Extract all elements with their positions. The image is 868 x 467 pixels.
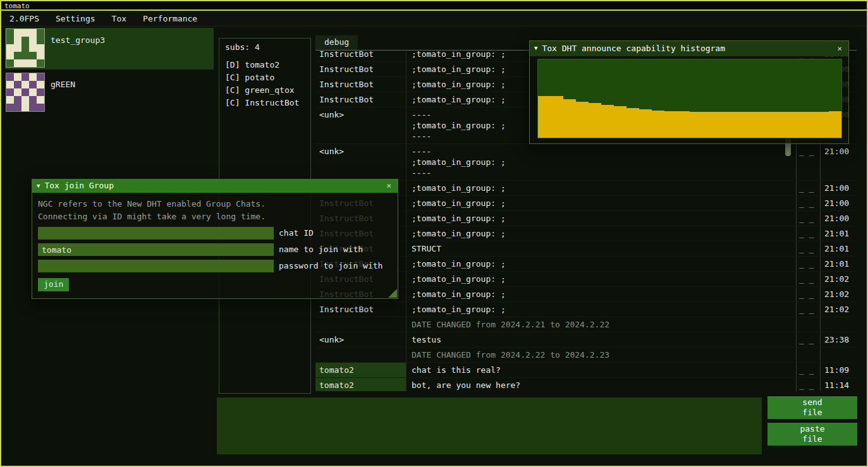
message-time: [820, 348, 857, 362]
menu-item-settings[interactable]: Settings: [47, 14, 104, 25]
join-name-input[interactable]: [38, 243, 274, 256]
message-author: <unk>: [315, 144, 406, 180]
message-text: ;tomato_in_group: ;: [406, 181, 796, 195]
chat-id-label: chat ID: [279, 228, 314, 239]
message-author: tomato2: [315, 363, 406, 377]
message-time: 21:01: [820, 241, 857, 256]
close-icon[interactable]: ×: [835, 44, 844, 54]
resize-grip[interactable]: [388, 289, 397, 298]
member-item[interactable]: [C] InstructBot: [225, 97, 305, 109]
message-text: bot, are you new here?: [406, 378, 796, 391]
message-text: ;tomato_in_group: ;: [406, 226, 796, 241]
message-text: testus: [406, 332, 796, 347]
message-author: InstructBot: [315, 77, 406, 92]
histogram-bar: [715, 112, 728, 138]
group-list: test_group3gREEN: [5, 28, 214, 116]
histogram-bar: [677, 111, 690, 138]
histogram-bar: [639, 109, 652, 138]
histogram-bar: [816, 112, 829, 138]
member-item[interactable]: [D] tomato2: [225, 59, 305, 71]
collapse-arrow-icon[interactable]: ▼: [37, 183, 40, 190]
join-group-window: ▼ Tox join Group × NGC refers to the New…: [32, 179, 398, 299]
message-author: InstructBot: [315, 302, 406, 317]
message-text: ;tomato_in_group: ;: [406, 257, 796, 271]
histogram-bar: [804, 112, 816, 138]
chat-message-row[interactable]: <unk>testus_ _23:38: [315, 332, 857, 348]
histogram-bar: [702, 112, 715, 138]
member-item[interactable]: [C] potato: [225, 71, 305, 84]
chat-message-row[interactable]: <unk>----;tomato_in_group: ;----_ _21:00: [315, 144, 857, 181]
send-file-button[interactable]: send file: [767, 396, 857, 419]
histogram-bar: [740, 112, 753, 138]
chat-id-input[interactable]: [38, 227, 274, 240]
system-message-row[interactable]: DATE CHANGED from 2024.2.22 to 2024.2.23: [315, 348, 857, 363]
message-text: ;tomato_in_group: ;: [406, 196, 796, 210]
tab-debug[interactable]: debug: [315, 35, 358, 50]
histogram-bar: [551, 96, 563, 138]
delivery-status: _ _: [796, 287, 820, 301]
message-time: 21:02: [820, 272, 857, 286]
chat-message-row[interactable]: tomato2chat is this real?_ _11:09: [315, 363, 857, 378]
subs-count: subs: 4: [225, 42, 305, 53]
join-group-title: Tox join Group: [44, 181, 114, 191]
delivery-status: _ _: [796, 241, 820, 256]
menu-item-tox[interactable]: Tox: [104, 14, 135, 25]
histogram-bar: [728, 112, 740, 138]
chat-message-row[interactable]: InstructBot;tomato_in_group: ;_ _21:02: [315, 302, 857, 317]
join-info-text: NGC refers to the New DHT enabled Group …: [38, 198, 392, 223]
histogram-bar: [563, 99, 576, 138]
group-name: test_group3: [51, 29, 105, 68]
delivery-status: _ _: [796, 257, 820, 271]
dht-histogram-title: Tox DHT announce capability histogram: [542, 44, 725, 54]
join-password-input[interactable]: [38, 260, 274, 272]
histogram-bar: [690, 112, 702, 138]
group-item-test_group3[interactable]: test_group3: [5, 28, 214, 70]
message-time: 11:09: [820, 363, 857, 377]
message-text: ;tomato_in_group: ;: [406, 272, 796, 286]
chat-message-row[interactable]: tomato2bot, are you new here?_ _11:14: [315, 378, 857, 391]
delivery-status: _ _: [796, 181, 820, 195]
message-input[interactable]: [217, 397, 762, 454]
histogram-bar: [652, 111, 664, 138]
system-message-row[interactable]: DATE CHANGED from 2024.2.21 to 2024.2.22: [315, 317, 857, 332]
message-time: 21:00: [820, 196, 857, 210]
delivery-status: _ _: [796, 272, 820, 286]
message-author: [315, 348, 406, 362]
message-text: ;tomato_in_group: ;: [406, 287, 796, 301]
menu-item-performance[interactable]: Performance: [135, 14, 205, 25]
join-group-body: NGC refers to the New DHT enabled Group …: [32, 193, 398, 298]
histogram-bar: [753, 112, 766, 138]
delivery-status: _ _: [796, 144, 820, 180]
message-text: ;tomato_in_group: ;: [406, 211, 796, 226]
message-text: DATE CHANGED from 2024.2.21 to 2024.2.22: [406, 317, 796, 332]
message-time: 21:01: [820, 257, 857, 271]
group-item-gREEN[interactable]: gREEN: [5, 72, 214, 114]
member-list: [D] tomato2[C] potato[C] green_qtox[C] I…: [225, 59, 305, 109]
group-avatar: [6, 73, 44, 111]
group-name: gREEN: [51, 73, 75, 112]
histogram-bar: [664, 111, 677, 138]
close-icon[interactable]: ×: [384, 181, 393, 191]
histogram-bar: [627, 108, 639, 138]
paste-file-button[interactable]: paste file: [767, 423, 857, 446]
delivery-status: _ _: [796, 196, 820, 210]
message-author: InstructBot: [315, 92, 406, 107]
dht-histogram-window: ▼ Tox DHT announce capability histogram …: [529, 40, 849, 144]
delivery-status: [796, 348, 820, 362]
join-field-row: password to join with: [38, 260, 392, 272]
message-time: 21:00: [820, 181, 857, 195]
message-time: 21:01: [820, 226, 857, 241]
message-text: ;tomato_in_group: ;: [406, 302, 796, 317]
message-author: [315, 317, 406, 332]
message-text: chat is this real?: [406, 363, 796, 377]
delivery-status: _ _: [796, 378, 820, 391]
collapse-arrow-icon[interactable]: ▼: [534, 45, 537, 52]
dht-histogram-plot: [537, 59, 842, 138]
histogram-bar: [766, 112, 778, 138]
menu-item-2-0fps[interactable]: 2.0FPS: [1, 14, 47, 25]
join-button[interactable]: join: [38, 278, 69, 291]
join-fields: chat IDname to join withpassword to join…: [38, 227, 392, 272]
member-item[interactable]: [C] green_qtox: [225, 84, 305, 97]
message-author: <unk>: [315, 107, 406, 143]
message-time: 11:14: [820, 378, 857, 391]
